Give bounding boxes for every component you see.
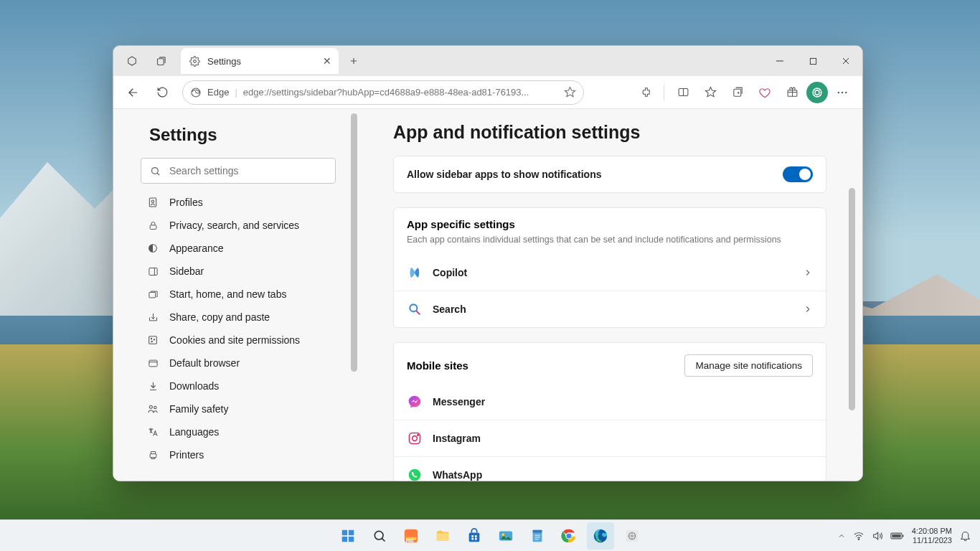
svg-rect-41 — [469, 532, 480, 542]
svg-rect-33 — [349, 529, 354, 534]
volume-icon[interactable] — [872, 530, 883, 542]
collections-icon[interactable] — [725, 80, 750, 105]
svg-rect-32 — [342, 529, 347, 534]
taskbar-edge[interactable] — [587, 522, 614, 550]
nav-languages[interactable]: Languages — [141, 420, 336, 443]
system-clock[interactable]: 4:20:08 PM 11/11/2023 — [912, 527, 952, 545]
taskbar-app-1[interactable]: PRE — [397, 522, 425, 550]
nav-label: Start, home, and new tabs — [169, 288, 286, 300]
notifications-icon[interactable] — [959, 529, 971, 542]
nav-label: Appearance — [169, 242, 224, 254]
nav-sidebar[interactable]: Sidebar — [141, 260, 336, 283]
svg-point-24 — [149, 405, 152, 408]
workspaces-icon[interactable] — [119, 48, 145, 74]
svg-rect-44 — [471, 537, 473, 540]
download-icon — [146, 381, 159, 392]
page-scrollbar[interactable] — [849, 188, 855, 410]
svg-rect-40 — [437, 533, 449, 540]
clock-time: 4:20:08 PM — [912, 527, 952, 536]
appearance-icon — [146, 242, 159, 254]
minimize-button[interactable] — [763, 46, 796, 76]
settings-content: Settings Profiles Privacy, search, and s… — [113, 109, 862, 481]
app-label: Search — [433, 303, 466, 315]
start-button[interactable] — [334, 522, 362, 550]
maximize-button[interactable] — [796, 46, 829, 76]
wifi-icon[interactable] — [853, 530, 864, 542]
nav-start-home[interactable]: Start, home, and new tabs — [141, 283, 336, 306]
nav-profiles[interactable]: Profiles — [141, 191, 336, 214]
split-screen-icon[interactable] — [670, 80, 696, 105]
svg-point-25 — [154, 406, 156, 408]
svg-rect-23 — [149, 360, 156, 367]
svg-text:PRE: PRE — [406, 539, 415, 543]
nav-label: Privacy, search, and services — [169, 220, 299, 231]
taskbar-photos[interactable] — [492, 522, 519, 550]
site-row-messenger[interactable]: Messenger — [394, 384, 826, 420]
app-row-search[interactable]: Search — [394, 291, 826, 327]
svg-rect-60 — [903, 534, 904, 537]
taskbar-notepad[interactable] — [524, 522, 551, 550]
svg-point-1 — [194, 60, 197, 62]
favorite-star-icon[interactable] — [564, 86, 576, 98]
nav-downloads[interactable]: Downloads — [141, 375, 336, 397]
refresh-button[interactable] — [149, 80, 175, 105]
taskbar-search[interactable] — [366, 522, 393, 550]
close-window-button[interactable] — [829, 46, 862, 76]
svg-point-7 — [815, 90, 819, 95]
taskbar-store[interactable] — [461, 522, 488, 550]
nav-share[interactable]: Share, copy and paste — [141, 306, 336, 329]
svg-point-21 — [154, 339, 154, 340]
extensions-icon[interactable] — [632, 80, 658, 105]
nav-cookies[interactable]: Cookies and site permissions — [141, 329, 336, 352]
taskbar-explorer[interactable] — [429, 522, 456, 550]
svg-rect-49 — [533, 529, 542, 532]
nav-family[interactable]: Family safety — [141, 397, 336, 420]
svg-rect-34 — [342, 536, 347, 541]
back-button[interactable] — [121, 80, 146, 105]
more-menu-icon[interactable] — [829, 80, 855, 105]
svg-rect-0 — [157, 58, 164, 65]
new-tab-button[interactable] — [341, 49, 366, 73]
search-input[interactable] — [169, 165, 326, 176]
tab-title: Settings — [207, 56, 241, 67]
battery-icon[interactable] — [890, 531, 905, 541]
search-settings[interactable] — [141, 158, 336, 184]
svg-point-36 — [374, 531, 383, 540]
nav-default-browser[interactable]: Default browser — [141, 352, 336, 375]
site-row-instagram[interactable]: Instagram — [394, 420, 826, 456]
tab-settings[interactable]: Settings ✕ — [181, 48, 339, 74]
site-row-whatsapp[interactable]: WhatsApp — [394, 456, 826, 481]
nav-label: Sidebar — [169, 265, 204, 277]
sidebar-scrollbar[interactable] — [351, 113, 357, 372]
app-row-copilot[interactable]: Copilot — [394, 255, 826, 291]
nav-appearance[interactable]: Appearance — [141, 237, 336, 260]
taskbar-app-2[interactable] — [618, 522, 646, 550]
titlebar: Settings ✕ — [113, 46, 862, 76]
tab-actions-icon[interactable] — [148, 48, 174, 74]
nav-label: Downloads — [169, 380, 219, 392]
sidebar-icon — [146, 266, 159, 277]
svg-rect-43 — [475, 535, 477, 537]
allow-notifications-toggle[interactable] — [783, 166, 813, 182]
tray-chevron-icon[interactable] — [837, 532, 846, 540]
svg-point-12 — [152, 167, 159, 174]
rewards-icon[interactable] — [779, 80, 805, 105]
favorites-icon[interactable] — [697, 80, 723, 105]
profile-avatar[interactable] — [806, 82, 828, 103]
nav-printers[interactable]: Printers — [141, 443, 336, 466]
lock-icon — [146, 220, 159, 231]
cookies-icon — [146, 334, 159, 346]
close-tab-icon[interactable]: ✕ — [323, 55, 331, 67]
address-bar[interactable]: Edge | edge://settings/sidebar?hubApp=cd… — [182, 80, 584, 105]
nav-label: Cookies and site permissions — [169, 334, 300, 346]
nav-label: Share, copy and paste — [169, 311, 270, 323]
manage-site-notifications-button[interactable]: Manage site notifications — [684, 354, 813, 377]
tabs-icon — [146, 289, 159, 300]
svg-rect-45 — [475, 537, 477, 540]
svg-point-9 — [838, 91, 839, 93]
settings-page: App and notification settings Allow side… — [357, 109, 862, 481]
browser-essentials-icon[interactable] — [752, 80, 778, 105]
taskbar-chrome[interactable] — [555, 522, 583, 550]
svg-point-20 — [151, 338, 151, 339]
nav-privacy[interactable]: Privacy, search, and services — [141, 214, 336, 237]
